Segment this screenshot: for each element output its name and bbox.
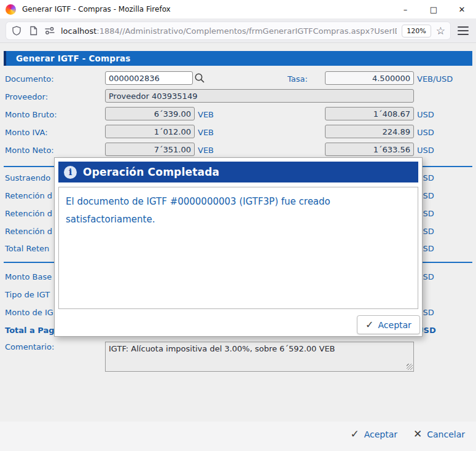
minimize-button[interactable]: – <box>391 0 419 18</box>
monto-igtf-label: Monto de IG <box>5 308 53 317</box>
url-path: :1884//Administrativo/Complementos/frmGe… <box>96 26 397 36</box>
monto-bruto-veb-input[interactable]: 6´339.00 <box>105 107 195 120</box>
window-title: Generar IGTF - Compras - Mozilla Firefox <box>22 5 171 14</box>
usd-unit-label: USD <box>417 146 434 155</box>
total-pagar-label: Total a Pag <box>5 326 55 335</box>
comentario-label: Comentario: <box>5 342 54 351</box>
retencion-label: Retención d <box>5 191 52 200</box>
monto-iva-veb-input[interactable]: 1´012.00 <box>105 125 195 138</box>
dialog-title: Operación Completada <box>83 166 219 178</box>
menu-icon[interactable] <box>458 26 469 35</box>
monto-neto-usd-input[interactable]: 1´633.56 <box>325 143 414 156</box>
proveedor-label: Proveedor: <box>5 92 48 101</box>
x-icon: ✕ <box>413 429 422 439</box>
monto-neto-veb-input[interactable]: 7´351.00 <box>105 143 195 156</box>
monto-bruto-usd-input[interactable]: 1´408.67 <box>325 107 414 120</box>
comentario-textarea[interactable]: IGTF: Alícuota impositiva del 3.00%, sob… <box>105 342 414 372</box>
cancelar-button[interactable]: ✕ Cancelar <box>413 429 465 439</box>
documento-label: Documento: <box>5 74 54 84</box>
tasa-label: Tasa: <box>287 74 308 84</box>
shield-icon[interactable] <box>11 25 22 36</box>
cancelar-label: Cancelar <box>427 429 465 439</box>
close-button[interactable]: ✕ <box>448 0 476 18</box>
usd-unit-label: USD <box>417 110 434 119</box>
footer-actions: ✓ Aceptar ✕ Cancelar <box>350 429 465 439</box>
proveedor-input[interactable]: Proveedor 403935149 <box>105 89 414 103</box>
info-icon: i <box>64 166 77 179</box>
permissions-icon[interactable] <box>44 25 55 36</box>
firefox-window: Generar IGTF - Compras - Mozilla Firefox… <box>0 0 476 451</box>
check-icon: ✓ <box>365 320 373 330</box>
page-info-icon[interactable] <box>28 25 39 36</box>
window-controls: – □ ✕ <box>391 0 476 18</box>
page-title: Generar IGTF - Compras <box>16 53 131 63</box>
aceptar-label: Aceptar <box>364 429 397 439</box>
dialog-message: El documento de IGTF #0000000003 (IGTF3P… <box>58 187 418 309</box>
sustraendo-label: Sustraendo <box>5 173 50 182</box>
monto-neto-label: Monto Neto: <box>5 146 54 155</box>
veb-unit-label: VEB <box>198 128 214 137</box>
resize-grip-icon[interactable] <box>407 364 413 370</box>
monto-iva-label: Monto IVA: <box>5 128 48 137</box>
documento-input[interactable]: 0000002836 <box>105 71 193 85</box>
dialog-aceptar-button[interactable]: ✓ Aceptar <box>357 315 420 334</box>
browser-toolbar: localhost:1884//Administrativo/Complemen… <box>0 18 476 43</box>
monto-base-label: Monto Base <box>5 272 52 281</box>
url-bar[interactable]: localhost:1884//Administrativo/Complemen… <box>6 22 450 39</box>
tasa-unit-label: VEB/USD <box>417 74 453 84</box>
search-icon[interactable] <box>193 71 206 85</box>
retencion-label: Retención d <box>5 209 52 218</box>
veb-unit-label: VEB <box>198 146 214 155</box>
dialog-aceptar-label: Aceptar <box>378 320 412 330</box>
veb-unit-label: VEB <box>198 110 214 119</box>
window-titlebar: Generar IGTF - Compras - Mozilla Firefox… <box>0 0 476 18</box>
tasa-input[interactable]: 4.500000 <box>325 71 414 85</box>
url-host: localhost <box>61 26 96 36</box>
zoom-level-badge[interactable]: 120% <box>402 25 431 37</box>
tipo-igtf-label: Tipo de IGT <box>5 290 50 299</box>
operation-completed-dialog: i Operación Completada El documento de I… <box>54 157 423 337</box>
url-text[interactable]: localhost:1884//Administrativo/Complemen… <box>61 26 397 36</box>
monto-iva-usd-input[interactable]: 224.89 <box>325 125 414 138</box>
total-retenciones-label: Total Reten <box>5 244 49 253</box>
aceptar-button[interactable]: ✓ Aceptar <box>350 429 397 439</box>
page-header: Generar IGTF - Compras <box>4 51 472 66</box>
page-content: Generar IGTF - Compras Documento: 000000… <box>0 43 476 451</box>
usd-unit-label: USD <box>417 128 434 137</box>
maximize-button[interactable]: □ <box>419 0 448 18</box>
retencion-label: Retención d <box>5 227 52 236</box>
dialog-titlebar: i Operación Completada <box>58 162 418 182</box>
firefox-logo-icon <box>6 4 16 15</box>
check-icon: ✓ <box>350 429 359 439</box>
bookmark-star-icon[interactable]: ☆ <box>436 26 445 36</box>
monto-bruto-label: Monto Bruto: <box>5 110 57 119</box>
